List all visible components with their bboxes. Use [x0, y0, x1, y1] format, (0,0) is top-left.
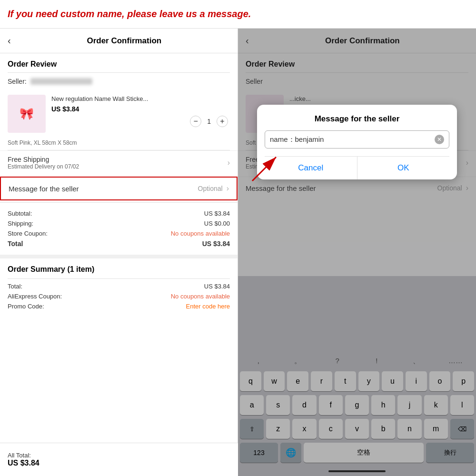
left-all-total-block: All Total: US $3.84 [8, 452, 40, 467]
left-totals-section: Subtotal: US $3.84 Shipping: US $0.00 St… [0, 202, 238, 255]
left-qty-plus[interactable]: + [217, 116, 228, 127]
left-shipping-title: Free Shipping [8, 156, 79, 163]
left-aliexpress-coupon-value: No coupons available [171, 293, 230, 300]
dialog-overlay [238, 29, 476, 476]
left-shipping-chevron: › [228, 159, 230, 167]
left-product-info: New regulation Name Wall Sticke... US $3… [51, 95, 230, 127]
banner-text: If you need custom name, please leave us… [8, 9, 251, 20]
left-message-optional: Optional [198, 185, 223, 192]
left-aliexpress-coupon-label: AliExpress Coupon: [8, 293, 62, 300]
left-shipping-cost-label: Shipping: [8, 220, 33, 227]
left-order-summary-title: Order Summary (1 item) [8, 265, 230, 278]
left-qty-minus[interactable]: − [190, 116, 201, 127]
left-variant-text: Soft Pink, XL 58cm X 58cm [0, 138, 238, 150]
left-total-row: Total US $3.84 [8, 238, 230, 249]
left-shipping-cost-row: Shipping: US $0.00 [8, 218, 230, 228]
left-message-chevron: › [227, 184, 229, 193]
left-panel-body: Order Review Seller: 🎀 New regulation Na… [0, 53, 238, 318]
left-shipping-info: Free Shipping Estimated Delivery on 07/0… [8, 156, 79, 170]
left-total-label: Total [8, 240, 23, 248]
dialog-input-row: ✕ [265, 130, 449, 149]
left-all-total-value: US $3.84 [8, 459, 40, 467]
right-panel: ‹ Order Confirmation Order Review Seller… [238, 29, 476, 476]
left-panel-header: ‹ Order Confirmation [0, 29, 238, 53]
left-panel-title: Order Confirmation [19, 36, 230, 46]
left-promo-label: Promo Code: [8, 303, 44, 310]
left-store-coupon-row: Store Coupon: No coupons available [8, 228, 230, 238]
left-subtotal-row: Subtotal: US $3.84 [8, 208, 230, 218]
left-store-coupon-label: Store Coupon: [8, 230, 48, 237]
left-order-review-label: Order Review [0, 53, 238, 72]
left-quantity-row: − 1 + [51, 116, 230, 127]
dialog-input-field[interactable] [270, 136, 435, 144]
left-shipping-row[interactable]: Free Shipping Estimated Delivery on 07/0… [0, 150, 238, 175]
left-aliexpress-coupon-row: AliExpress Coupon: No coupons available [8, 291, 230, 301]
red-arrow-indicator [248, 148, 286, 188]
left-qty-value: 1 [207, 118, 211, 125]
dialog-actions: Cancel OK [265, 156, 449, 179]
left-summary-total-row: Total: US $3.84 [8, 279, 230, 291]
left-shipping-cost-value: US $0.00 [204, 220, 230, 227]
left-back-button[interactable]: ‹ [8, 35, 11, 46]
left-seller-row: Seller: [0, 73, 238, 90]
message-dialog: Message for the seller ✕ Cancel OK [257, 105, 457, 179]
left-product-row: 🎀 New regulation Name Wall Sticke... US … [0, 90, 238, 138]
left-store-coupon-value: No coupons available [171, 230, 230, 237]
seller-name-blur [30, 78, 92, 85]
left-message-row[interactable]: Message for the seller Optional › [0, 177, 238, 200]
left-subtotal-label: Subtotal: [8, 210, 32, 217]
left-seller-label: Seller: [8, 78, 27, 85]
left-product-price: US $3.84 [51, 105, 230, 113]
left-promo-row: Promo Code: Enter code here [8, 301, 230, 311]
left-promo-value[interactable]: Enter code here [186, 303, 230, 310]
left-order-summary-section: Order Summary (1 item) Total: US $3.84 A… [0, 255, 238, 318]
left-subtotal-value: US $3.84 [204, 210, 230, 217]
left-shipping-sub: Estimated Delivery on 07/02 [8, 163, 79, 170]
left-summary-total-value: US $3.84 [204, 283, 230, 290]
left-message-right: Optional › [198, 184, 229, 193]
left-panel: ‹ Order Confirmation Order Review Seller… [0, 29, 238, 476]
left-message-label: Message for the seller [9, 185, 79, 193]
dialog-title: Message for the seller [265, 114, 449, 124]
dialog-clear-button[interactable]: ✕ [435, 135, 444, 144]
top-banner: If you need custom name, please leave us… [0, 0, 476, 29]
left-product-name: New regulation Name Wall Sticke... [51, 95, 230, 103]
left-footer-bar: All Total: US $3.84 PLACE ORDER [0, 443, 238, 476]
left-summary-total-label: Total: [8, 283, 22, 290]
left-total-value: US $3.84 [202, 240, 230, 248]
dialog-ok-button[interactable]: OK [357, 157, 450, 179]
svg-line-1 [252, 157, 276, 181]
left-product-image: 🎀 [8, 95, 46, 133]
left-all-total-label: All Total: [8, 452, 40, 459]
